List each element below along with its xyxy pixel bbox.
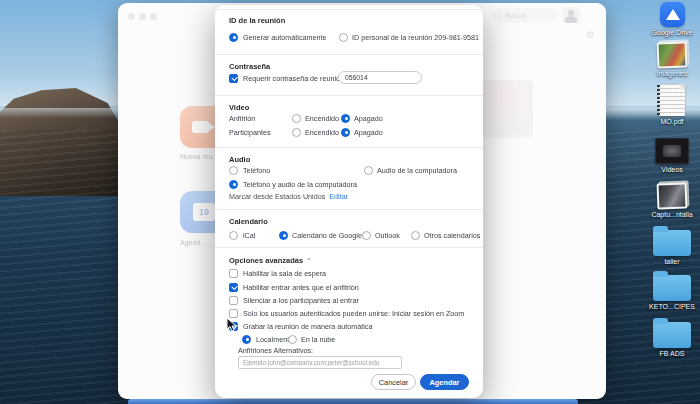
radio-record-cloud[interactable]	[288, 335, 297, 344]
edit-dial-in-link[interactable]: Editar	[329, 192, 348, 201]
radio-label: Apagado	[354, 114, 383, 123]
checkbox-mute-on-entry[interactable]	[229, 296, 238, 305]
search-icon: ⌕	[498, 12, 502, 20]
desktop-icon-mo-pdf[interactable]: MO.pdf	[645, 84, 699, 125]
checkbox-require-password[interactable]	[229, 74, 238, 83]
radio-label: Teléfono y audio de la computadora	[243, 180, 357, 189]
meeting-id-heading: ID de la reunión	[229, 16, 285, 25]
radio-record-locally[interactable]	[242, 335, 251, 344]
radio-label: Calendario de Google	[292, 231, 362, 240]
radio-label: Generar automáticamente	[243, 33, 327, 42]
video-file-icon	[655, 138, 689, 164]
radio-calendar-google[interactable]	[279, 231, 288, 240]
radio-label: Audio de la computadora	[377, 166, 457, 175]
desktop-icon-google-drive[interactable]: Google Drive	[645, 2, 699, 36]
schedule-meeting-dialog: ID de la reunión Generar automáticamente…	[215, 5, 483, 398]
checkbox-label: Solo los usuarios autenticados pueden un…	[243, 309, 464, 318]
radio-label: Otros calendarios	[424, 231, 480, 240]
checkbox-label: Requerir contraseña de reunión	[243, 74, 344, 83]
folder-icon	[653, 275, 691, 301]
checkbox-label: Habilitar entrar antes que el anfitrión	[243, 283, 359, 292]
checkbox-label: Habilitar la sala de espera	[243, 269, 326, 278]
radio-participants-video-on[interactable]	[292, 128, 301, 137]
window-close-button[interactable]	[128, 13, 135, 20]
desktop-icon-label: Captu...ntalla	[651, 211, 692, 218]
desktop-background: Google Drive imágenes MO.pdf Videos Capt…	[0, 0, 700, 404]
calendar-heading: Calendario	[229, 217, 268, 226]
gear-icon[interactable]: ⚙	[586, 29, 595, 40]
video-host-label: Anfitrión	[229, 114, 255, 123]
radio-audio-computer[interactable]	[364, 166, 373, 175]
radio-label: iCal	[243, 231, 255, 240]
search-placeholder: Buscar	[505, 12, 527, 19]
radio-audio-both[interactable]	[229, 180, 238, 189]
desktop-icon-imagenes[interactable]: imágenes	[645, 42, 699, 77]
window-zoom-button[interactable]	[150, 13, 157, 20]
advanced-options-toggle[interactable]: Opciones avanzadas⌃	[229, 256, 311, 265]
flowers-thumbnail	[483, 80, 533, 138]
radio-host-video-off[interactable]	[341, 114, 350, 123]
radio-label: Teléfono	[243, 166, 270, 175]
pdf-document-icon	[659, 84, 685, 116]
photos-icon	[657, 41, 688, 68]
schedule-home-label: Agend...	[180, 239, 206, 246]
checkbox-waiting-room[interactable]	[229, 269, 238, 278]
checkbox-label: Grabar la reunión de manera automática	[243, 322, 372, 331]
desktop-icon-label: taller	[664, 258, 679, 265]
radio-label: En la nube	[301, 335, 335, 344]
audio-heading: Audio	[229, 155, 250, 164]
video-heading: Video	[229, 103, 249, 112]
desktop-icon-label: Google Drive	[652, 29, 693, 36]
cancel-button[interactable]: Cancelar	[371, 374, 416, 390]
folder-icon	[653, 322, 691, 348]
radio-host-video-on[interactable]	[292, 114, 301, 123]
mouse-cursor	[226, 317, 238, 332]
calendar-icon: 19	[193, 203, 215, 221]
radio-label: ID personal de la reunión 209-981-9581	[352, 33, 479, 42]
desktop-icon-label: MO.pdf	[661, 118, 684, 125]
radio-label: Encendido	[305, 128, 339, 137]
radio-calendar-outlook[interactable]	[362, 231, 371, 240]
desktop-icon-keto-recipes[interactable]: KETO...CIPES	[645, 271, 699, 310]
desktop-icon-label: KETO...CIPES	[649, 303, 695, 310]
screenshot-icon	[657, 182, 688, 209]
avatar[interactable]	[562, 7, 580, 23]
password-heading: Contraseña	[229, 62, 270, 71]
desktop-icon-label: Videos	[661, 166, 682, 173]
window-minimize-button[interactable]	[139, 13, 146, 20]
video-participants-label: Participantes	[229, 128, 271, 137]
desktop-icon-videos[interactable]: Videos	[645, 138, 699, 173]
radio-participants-video-off[interactable]	[341, 128, 350, 137]
radio-calendar-ical[interactable]	[229, 231, 238, 240]
camera-icon	[192, 121, 209, 133]
search-input[interactable]: ⌕ Buscar	[492, 8, 558, 23]
background-window-edge	[128, 399, 578, 404]
chevron-up-icon: ⌃	[306, 258, 311, 264]
desktop-icon-label: FB ADS	[660, 350, 685, 357]
new-meeting-label: Nueva reu...	[180, 153, 218, 160]
dial-in-text: Marcar desde Estados UnidosEditar	[229, 192, 348, 201]
checkbox-label: Silenciar a los participantes al entrar	[243, 296, 359, 305]
google-drive-icon	[660, 2, 685, 27]
radio-label: Outlook	[375, 231, 400, 240]
radio-personal-meeting-id[interactable]	[339, 33, 348, 42]
password-input[interactable]	[338, 71, 422, 84]
radio-calendar-other[interactable]	[411, 231, 420, 240]
checkbox-join-before-host[interactable]	[229, 283, 238, 292]
desktop-icon-fb-ads[interactable]: FB ADS	[645, 318, 699, 357]
schedule-button[interactable]: Agendar	[420, 374, 469, 390]
alternative-hosts-input[interactable]	[238, 356, 402, 369]
folder-icon	[653, 230, 691, 256]
radio-label: Apagado	[354, 128, 383, 137]
desktop-icon-taller[interactable]: taller	[645, 226, 699, 265]
desktop-icon-captura[interactable]: Captu...ntalla	[645, 183, 699, 218]
alternative-hosts-label: Anfitriones Alternativos:	[238, 346, 313, 355]
radio-audio-phone[interactable]	[229, 166, 238, 175]
desktop-icon-label: imágenes	[657, 70, 687, 77]
radio-label: Encendido	[305, 114, 339, 123]
radio-generate-automatically[interactable]	[229, 33, 238, 42]
